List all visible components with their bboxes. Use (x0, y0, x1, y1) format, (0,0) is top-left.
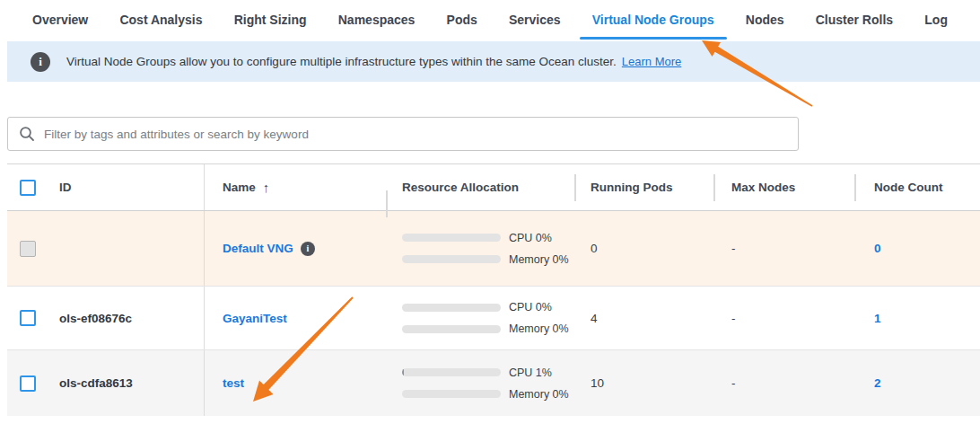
max-nodes-cell: - (713, 312, 854, 325)
cluster-tab-bar: Overview Cost Analysis Right Sizing Name… (0, 0, 980, 40)
column-header-max-nodes[interactable]: Max Nodes (713, 164, 854, 210)
table-row[interactable]: ols-cdfa8613 test CPU 1% Memory 0% 10 - … (7, 350, 980, 416)
column-header-resource-allocation[interactable]: Resource Allocation (386, 181, 574, 194)
table-row[interactable]: ols-ef08676c GayaniTest CPU 0% Memory 0%… (7, 287, 980, 350)
vng-name-link[interactable]: test (223, 376, 244, 390)
tab-cost-analysis[interactable]: Cost Analysis (110, 0, 211, 40)
tab-cluster-rolls[interactable]: Cluster Rolls (807, 0, 902, 40)
memory-usage-bar (402, 325, 501, 333)
vng-table: ID Name ↑ Resource Allocation Running Po… (7, 163, 980, 416)
tab-virtual-node-groups[interactable]: Virtual Node Groups (583, 0, 723, 40)
cpu-usage-bar (402, 304, 501, 312)
learn-more-link[interactable]: Learn More (622, 55, 681, 68)
max-nodes-cell: - (713, 376, 854, 390)
search-input[interactable] (44, 128, 787, 141)
tab-overview[interactable]: Overview (23, 0, 97, 40)
select-all-checkbox[interactable] (20, 180, 36, 196)
row-id-cell (47, 211, 205, 286)
tab-pods[interactable]: Pods (438, 0, 486, 40)
row-checkbox[interactable] (20, 375, 36, 392)
tab-right-sizing[interactable]: Right Sizing (225, 0, 316, 40)
cpu-usage-bar (402, 368, 501, 376)
cpu-usage-label: CPU 0% (509, 301, 552, 314)
memory-usage-bar (402, 255, 501, 263)
cpu-usage-label: CPU 1% (509, 367, 552, 379)
memory-usage-label: Memory 0% (509, 253, 569, 266)
filter-search-box[interactable] (7, 117, 799, 151)
column-header-running-pods[interactable]: Running Pods (574, 164, 713, 210)
table-row[interactable]: Default VNG i CPU 0% Memory 0% 0 - 0 (7, 211, 980, 287)
info-banner-text: Virtual Node Groups allow you to configu… (66, 55, 617, 68)
max-nodes-cell: - (713, 242, 854, 255)
vng-name-link[interactable]: Default VNG (223, 242, 293, 255)
row-checkbox (20, 241, 36, 257)
info-icon: i (31, 52, 50, 72)
running-pods-cell: 4 (574, 312, 713, 325)
running-pods-cell: 10 (574, 376, 713, 390)
memory-usage-label: Memory 0% (509, 322, 569, 335)
default-vng-info-icon[interactable]: i (301, 242, 315, 256)
row-id-cell: ols-ef08676c (47, 287, 205, 349)
tab-nodes[interactable]: Nodes (737, 0, 793, 40)
tab-log[interactable]: Log (915, 0, 957, 40)
node-count-link[interactable]: 0 (874, 242, 881, 255)
node-count-link[interactable]: 1 (874, 312, 881, 325)
cpu-usage-bar (402, 234, 501, 242)
row-id-cell: ols-cdfa8613 (47, 350, 205, 416)
memory-usage-label: Memory 0% (509, 388, 569, 401)
running-pods-cell: 0 (574, 242, 713, 255)
node-count-link[interactable]: 2 (874, 376, 881, 390)
sort-ascending-icon[interactable]: ↑ (263, 180, 270, 195)
cpu-usage-label: CPU 0% (509, 232, 552, 244)
search-icon (19, 126, 35, 142)
memory-usage-bar (402, 390, 501, 398)
info-banner: i Virtual Node Groups allow you to confi… (7, 41, 980, 82)
column-header-name[interactable]: Name (223, 181, 256, 194)
column-header-node-count[interactable]: Node Count (854, 164, 980, 210)
table-header-row: ID Name ↑ Resource Allocation Running Po… (7, 164, 980, 211)
vng-name-link[interactable]: GayaniTest (223, 312, 287, 325)
column-header-id[interactable]: ID (47, 164, 205, 210)
tab-namespaces[interactable]: Namespaces (329, 0, 424, 40)
tab-services[interactable]: Services (500, 0, 570, 40)
row-checkbox[interactable] (20, 310, 36, 326)
